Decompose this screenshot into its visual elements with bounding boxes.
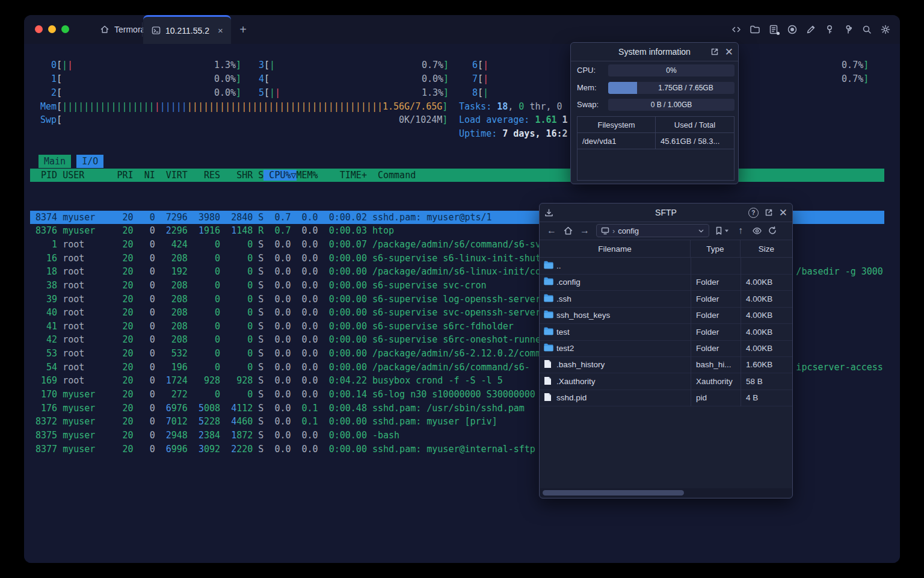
cpu-usage-value: 0% <box>608 64 735 76</box>
file-type: Xauthority <box>696 373 733 390</box>
current-folder-label: config <box>618 226 639 235</box>
folder-icon <box>544 343 553 352</box>
scrollbar-thumb[interactable] <box>543 490 684 496</box>
chevron-down-icon[interactable] <box>698 228 704 234</box>
file-row-test[interactable]: testFolder4.00KB <box>540 324 792 341</box>
htop-tab-main[interactable]: Main <box>38 155 71 168</box>
file-icon <box>544 376 552 385</box>
file-size: 58 B <box>746 373 763 390</box>
cpu-meter-5: 5[|| 1.3%] <box>259 86 449 99</box>
column-header-size[interactable]: Size <box>741 240 792 258</box>
column-divider <box>741 258 741 406</box>
file-row-ssh_host_keys[interactable]: ssh_host_keysFolder4.00KB <box>540 307 792 324</box>
file-row-.bash_history[interactable]: .bash_historybash_hi...1.60KB <box>540 356 792 373</box>
memory-meter: Mem[||||||||||||||||||||||||||||||||||||… <box>40 100 448 113</box>
sessions-icon[interactable] <box>768 23 780 36</box>
file-size: 4.00KB <box>746 307 772 323</box>
file-row-.ssh[interactable]: .sshFolder4.00KB <box>540 291 792 308</box>
folder-icon <box>544 327 553 335</box>
sftp-panel: SFTP ? ✕ ← → › config <box>539 203 793 499</box>
file-type: pid <box>696 390 707 406</box>
forward-icon[interactable]: → <box>579 225 591 236</box>
folder-icon <box>544 261 553 269</box>
file-row-parent[interactable]: .. <box>540 258 792 275</box>
new-tab-button[interactable]: + <box>236 22 250 37</box>
folder-icon <box>544 277 553 285</box>
code-icon[interactable] <box>730 23 742 36</box>
system-information-panel: System information ✕ CPU: 0% Mem: 1.75GB… <box>570 42 739 184</box>
settings-icon[interactable] <box>879 23 892 36</box>
file-size: 4 B <box>746 390 758 406</box>
minimize-window-button[interactable] <box>48 25 56 33</box>
swap-usage-value: 0 B / 1.00GB <box>608 99 735 111</box>
file-type: Folder <box>696 324 719 340</box>
fs-col-used-total[interactable]: Used / Total <box>656 117 734 133</box>
column-header-type[interactable]: Type <box>691 240 741 258</box>
cpu-meter-8: 8[| <box>472 86 488 99</box>
breadcrumb-chevron: › <box>612 226 615 235</box>
tasks-summary: Tasks: 18, 0 thr, 0 <box>459 100 562 113</box>
file-name: .config <box>556 274 581 290</box>
file-name: .Xauthority <box>556 373 596 390</box>
open-in-window-icon[interactable] <box>710 48 719 56</box>
parent-directory-icon[interactable]: ↑ <box>735 225 747 236</box>
file-icon <box>544 359 552 368</box>
path-breadcrumb[interactable]: › config <box>596 224 709 237</box>
record-icon[interactable] <box>786 23 798 36</box>
back-icon[interactable]: ← <box>546 225 558 236</box>
fs-row-usage[interactable]: 45.61GB / 58.3... <box>656 133 734 149</box>
htop-tab-io[interactable]: I/O <box>76 155 103 168</box>
file-name: ssh_host_keys <box>556 307 610 323</box>
show-hidden-eye-icon[interactable] <box>752 226 762 236</box>
file-row-sshd.pid[interactable]: sshd.pidpid4 B <box>540 390 792 406</box>
refresh-icon[interactable] <box>768 226 777 235</box>
fs-col-filesystem[interactable]: Filesystem <box>578 117 656 133</box>
search-icon[interactable] <box>861 23 873 36</box>
file-row-.config[interactable]: .configFolder4.00KB <box>540 274 792 291</box>
file-type: bash_hi... <box>696 356 732 373</box>
file-type: Folder <box>696 307 719 323</box>
cpu-label: CPU: <box>577 66 596 75</box>
folder-icon[interactable] <box>749 23 761 36</box>
maximize-window-button[interactable] <box>61 25 69 33</box>
htop-view-tabs: Main I/O <box>38 155 103 168</box>
file-row-.Xauthority[interactable]: .XauthorityXauthority58 B <box>540 373 792 390</box>
bookmark-dropdown-icon[interactable] <box>724 228 729 233</box>
close-window-button[interactable] <box>35 25 43 33</box>
bookmark-icon[interactable] <box>715 226 723 235</box>
swap-label: Swap: <box>577 100 599 109</box>
help-icon[interactable]: ? <box>748 208 759 218</box>
keychain-icon[interactable] <box>842 23 854 36</box>
home-icon[interactable] <box>563 226 573 236</box>
column-divider <box>691 258 691 406</box>
close-panel-icon[interactable]: ✕ <box>779 208 787 218</box>
host-icon <box>601 226 609 235</box>
cpu-meter-0: 0[|| 1.3%] <box>51 58 241 72</box>
horizontal-scrollbar[interactable] <box>540 488 792 497</box>
file-name: .ssh <box>556 291 571 307</box>
file-size: 4.00KB <box>746 340 772 356</box>
cpu-meter-4: 4[ 0.0%] <box>259 72 449 85</box>
download-icon[interactable] <box>544 208 553 217</box>
open-in-window-icon[interactable] <box>765 208 773 217</box>
tab-session-active[interactable]: 10.211.55.2 × <box>143 15 231 44</box>
notification-dot <box>777 32 780 35</box>
file-type: Folder <box>696 340 719 356</box>
folder-icon <box>544 310 553 319</box>
process-table-header[interactable]: PID USER PRI NI VIRT RES SHR S CPU%▽MEM%… <box>30 169 884 182</box>
home-icon <box>100 25 109 34</box>
file-size: 4.00KB <box>746 274 772 290</box>
tab-close-icon[interactable]: × <box>218 25 223 36</box>
close-panel-icon[interactable]: ✕ <box>725 47 733 57</box>
key-icon[interactable] <box>824 23 836 36</box>
system-info-titlebar: System information ✕ <box>571 43 738 61</box>
fs-row-device[interactable]: /dev/vda1 <box>578 133 656 149</box>
edit-icon[interactable] <box>805 23 817 36</box>
sftp-toolbar: ← → › config ↑ <box>540 222 792 240</box>
titlebar-toolbar <box>730 23 892 36</box>
cpu-meter-1: 1[ 0.0%] <box>51 72 241 85</box>
file-row-test2[interactable]: test2Folder4.00KB <box>540 340 792 357</box>
column-header-filename[interactable]: Filename <box>540 240 691 258</box>
cpu-meter-2: 2[ 0.0%] <box>51 86 241 99</box>
tab-session-label: 10.211.55.2 <box>165 26 209 36</box>
